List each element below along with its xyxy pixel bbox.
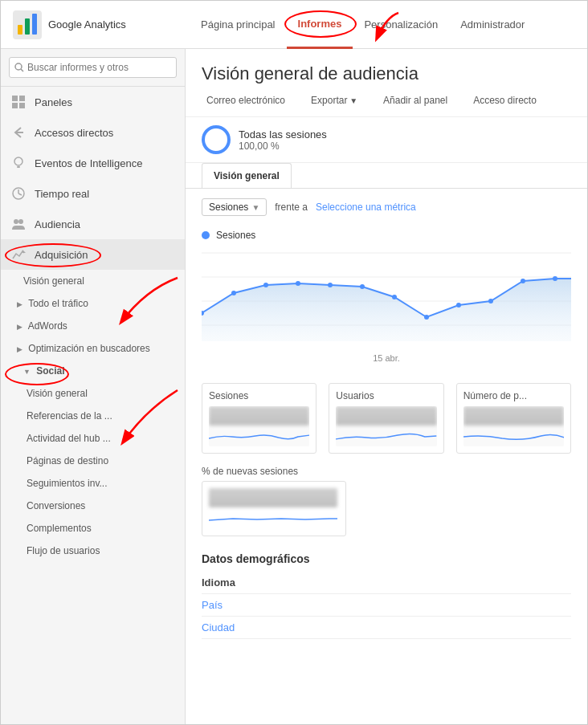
svg-rect-2 — [25, 18, 30, 35]
nav-pagina-principal[interactable]: Página principal — [190, 1, 287, 49]
svg-point-30 — [488, 299, 493, 303]
segment-badge: Todas las sesiones 100,00 % — [202, 125, 571, 154]
chart-legend: Sesiones — [202, 230, 571, 241]
sidebar-subitem-adwords[interactable]: AdWords — [1, 315, 185, 337]
header: Google Analytics Página principal Inform… — [1, 1, 587, 49]
svg-point-28 — [424, 315, 429, 320]
sidebar-subitem-social-conversiones[interactable]: Conversiones — [1, 495, 185, 517]
segment-pct: 100,00 % — [239, 141, 327, 152]
sidebar-section-main: Paneles Accesos directos Eventos de Inte… — [1, 87, 185, 562]
ga-logo-icon — [13, 10, 42, 39]
nav-informes[interactable]: Informes — [287, 1, 353, 49]
svg-rect-7 — [19, 103, 25, 108]
svg-rect-10 — [17, 166, 20, 168]
sidebar-subitem-social-seguimientos[interactable]: Seguimientos inv... — [1, 472, 185, 495]
svg-rect-6 — [12, 103, 18, 108]
demographics-title: Datos demográficos — [202, 552, 571, 565]
mini-usuarios-title: Usuarios — [336, 390, 436, 401]
chart-date-label: 15 abr. — [202, 353, 571, 363]
chart-legend-dot — [202, 231, 210, 239]
nuevas-mini-line — [209, 511, 337, 527]
tab-vision-general[interactable]: Visión general — [202, 163, 292, 188]
main-layout: Paneles Accesos directos Eventos de Inte… — [1, 49, 587, 725]
sidebar-subitem-social[interactable]: Social — [1, 360, 185, 382]
sidebar-item-eventos-inteligencia[interactable]: Eventos de Intelligence — [1, 148, 185, 178]
search-box — [1, 49, 185, 87]
toolbar: Correo electrónico Exportar Añadir al pa… — [202, 92, 571, 108]
sidebar-item-tiempo-real[interactable]: Tiempo real — [1, 178, 185, 209]
usuarios-blurred-bar — [336, 406, 436, 426]
sidebar-item-paneles[interactable]: Paneles — [1, 87, 185, 117]
nav-administrador[interactable]: Administrador — [449, 1, 536, 49]
svg-point-26 — [360, 284, 365, 289]
chart-area: Sesiones — [186, 226, 587, 375]
email-btn[interactable]: Correo electrónico — [202, 92, 290, 108]
sidebar-subitem-social-actividad[interactable]: Actividad del hub ... — [1, 427, 185, 450]
svg-point-32 — [553, 276, 557, 281]
sidebar-subitem-social-complementos[interactable]: Complementos — [1, 517, 185, 540]
svg-point-22 — [231, 291, 236, 295]
sidebar-subitem-social-paginas[interactable]: Páginas de destino — [1, 450, 185, 472]
sesiones-mini-line — [209, 429, 309, 445]
tabs-area: Visión general — [186, 163, 587, 189]
demo-row-ciudad[interactable]: Ciudad — [202, 617, 571, 639]
mini-sesiones-title: Sesiones — [209, 390, 309, 401]
svg-point-23 — [263, 283, 268, 287]
clock-icon — [10, 185, 27, 202]
mini-sesiones-canvas — [209, 406, 309, 446]
sidebar-subitem-vision-general-adq[interactable]: Visión general — [1, 270, 185, 292]
svg-line-13 — [18, 193, 22, 195]
svg-rect-5 — [19, 96, 25, 101]
metric-select[interactable]: Sesiones — [202, 198, 267, 216]
sidebar-subitem-todo-trafico[interactable]: Todo el tráfico — [1, 292, 185, 315]
nuevas-blurred-bar — [209, 488, 337, 507]
nav-personalizacion[interactable]: Personalización — [353, 1, 449, 49]
people-icon — [10, 216, 27, 232]
export-btn[interactable]: Exportar — [306, 92, 362, 108]
demographics-section: Datos demográficos Idioma País Ciudad — [186, 544, 587, 643]
mini-chart-sesiones: Sesiones — [202, 383, 316, 454]
add-panel-btn[interactable]: Añadir al panel — [378, 92, 452, 108]
select-metric-link[interactable]: Seleccione una métrica — [316, 202, 416, 213]
arrow-left-icon — [10, 124, 27, 141]
mini-numero-canvas — [463, 406, 564, 446]
sessions-line-chart — [202, 245, 571, 349]
svg-point-31 — [521, 279, 525, 283]
numero-mini-line — [463, 429, 564, 445]
svg-rect-1 — [18, 25, 22, 35]
segment-area: Todas las sesiones 100,00 % — [186, 117, 587, 163]
logo-text: Google Analytics — [48, 18, 126, 31]
direct-access-btn[interactable]: Acceso directo — [468, 92, 541, 108]
mini-chart-numero: Número de p... — [456, 383, 571, 454]
sidebar-subitem-social-referencias[interactable]: Referencias de la ... — [1, 405, 185, 427]
segment-info: Todas las sesiones 100,00 % — [239, 128, 327, 152]
sidebar-subitem-optimizacion[interactable]: Optimización en buscadores — [1, 337, 185, 360]
frente-a-label: frente a — [275, 202, 308, 213]
top-nav: Página principal Informes Personalizació… — [190, 1, 575, 49]
search-input[interactable] — [9, 57, 177, 78]
sesiones-blurred-bar — [209, 406, 309, 426]
content-area: Visión general de audiencia Correo elect… — [186, 49, 587, 725]
svg-point-29 — [456, 303, 461, 308]
sidebar: Paneles Accesos directos Eventos de Inte… — [1, 49, 186, 725]
svg-rect-3 — [32, 14, 37, 35]
sidebar-subitem-social-vision[interactable]: Visión general — [1, 382, 185, 405]
svg-marker-16 — [22, 250, 26, 253]
logo-area: Google Analytics — [13, 10, 190, 39]
svg-point-9 — [14, 157, 22, 165]
svg-point-25 — [328, 283, 333, 287]
svg-point-15 — [18, 219, 23, 224]
sidebar-subitem-social-flujo[interactable]: Flujo de usuarios — [1, 540, 185, 562]
demo-row-idioma: Idioma — [202, 572, 571, 594]
sidebar-item-accesos-directos[interactable]: Accesos directos — [1, 117, 185, 148]
svg-point-24 — [296, 281, 300, 286]
mini-numero-title: Número de p... — [463, 390, 564, 401]
content-header: Visión general de audiencia Correo elect… — [186, 49, 587, 117]
nuevas-sesiones-card — [202, 481, 346, 536]
demo-row-pais[interactable]: País — [202, 594, 571, 617]
sidebar-item-adquisicion[interactable]: Adquisición — [1, 239, 185, 270]
chart-legend-label: Sesiones — [216, 230, 255, 241]
numero-blurred-bar — [463, 406, 564, 426]
chart-controls: Sesiones frente a Seleccione una métrica — [186, 189, 587, 226]
sidebar-item-audiencia[interactable]: Audiencia — [1, 209, 185, 239]
